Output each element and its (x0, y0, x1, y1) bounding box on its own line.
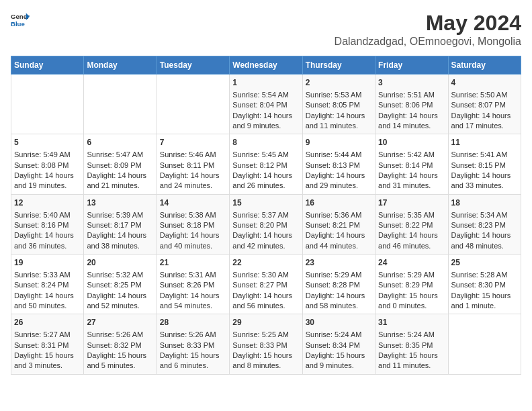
day-info: Daylight: 14 hours (14, 230, 81, 240)
day-number: 22 (232, 257, 299, 269)
calendar-cell: 25Sunrise: 5:28 AMSunset: 8:30 PMDayligh… (448, 255, 521, 314)
day-info: Sunrise: 5:35 AM (378, 210, 445, 220)
day-info: and 40 minutes. (160, 241, 226, 251)
calendar-cell: 3Sunrise: 5:51 AMSunset: 8:06 PMDaylight… (375, 75, 448, 134)
day-info: and 38 minutes. (87, 241, 153, 251)
weekday-header-saturday: Saturday (448, 56, 521, 75)
calendar-cell: 23Sunrise: 5:29 AMSunset: 8:28 PMDayligh… (302, 255, 375, 314)
day-number: 8 (232, 137, 299, 148)
day-number: 23 (306, 257, 372, 269)
day-info: Daylight: 15 hours (87, 351, 153, 361)
day-number: 30 (306, 317, 372, 328)
day-info: Sunset: 8:26 PM (160, 280, 226, 290)
day-info: Sunset: 8:33 PM (160, 340, 226, 351)
day-number: 31 (378, 317, 445, 328)
day-info: and 11 minutes. (306, 121, 372, 131)
day-number: 24 (378, 257, 445, 269)
day-number: 7 (160, 137, 226, 148)
calendar-cell: 13Sunrise: 5:39 AMSunset: 8:17 PMDayligh… (84, 194, 157, 254)
calendar-cell: 18Sunrise: 5:34 AMSunset: 8:23 PMDayligh… (448, 194, 521, 254)
day-info: Sunrise: 5:45 AM (232, 150, 299, 160)
day-info: Sunrise: 5:44 AM (306, 150, 372, 160)
day-info: Daylight: 14 hours (232, 171, 299, 181)
day-info: Sunset: 8:33 PM (232, 340, 299, 351)
page-subtitle: Dalandzadgad, OEmnoegovi, Mongolia (335, 36, 521, 48)
day-number: 16 (306, 197, 372, 209)
day-info: Daylight: 14 hours (306, 111, 372, 121)
day-number: 25 (451, 257, 518, 269)
day-info: Sunrise: 5:41 AM (451, 150, 518, 160)
day-info: Sunrise: 5:42 AM (378, 150, 445, 160)
day-info: and 5 minutes. (87, 361, 153, 371)
day-info: Daylight: 14 hours (14, 291, 81, 301)
day-info: Sunrise: 5:39 AM (87, 210, 153, 220)
calendar-cell: 30Sunrise: 5:24 AMSunset: 8:34 PMDayligh… (302, 314, 375, 374)
day-info: Daylight: 14 hours (306, 171, 372, 181)
day-info: Sunrise: 5:32 AM (87, 270, 153, 280)
day-info: Sunset: 8:09 PM (87, 161, 153, 171)
day-info: and 14 minutes. (378, 121, 445, 131)
day-info: Daylight: 15 hours (14, 351, 81, 361)
day-number: 10 (378, 137, 445, 148)
page-title: May 2024 (335, 11, 521, 36)
day-info: and 17 minutes. (451, 121, 518, 131)
day-info: Sunset: 8:32 PM (87, 340, 153, 351)
calendar-cell: 1Sunrise: 5:54 AMSunset: 8:04 PMDaylight… (230, 75, 302, 134)
day-info: Sunset: 8:23 PM (451, 220, 518, 230)
day-info: Daylight: 15 hours (232, 351, 299, 361)
day-info: Daylight: 14 hours (87, 230, 153, 240)
calendar-week-row: 5Sunrise: 5:49 AMSunset: 8:08 PMDaylight… (11, 134, 521, 194)
day-info: Daylight: 14 hours (451, 111, 518, 121)
day-number: 21 (160, 257, 226, 269)
calendar-cell (11, 75, 84, 134)
day-info: Sunrise: 5:33 AM (14, 270, 81, 280)
day-info: Sunrise: 5:31 AM (160, 270, 226, 280)
day-info: and 1 minute. (451, 301, 518, 311)
day-number: 9 (306, 137, 372, 148)
day-info: Daylight: 15 hours (306, 351, 372, 361)
day-info: Sunrise: 5:38 AM (160, 210, 226, 220)
calendar-week-row: 1Sunrise: 5:54 AMSunset: 8:04 PMDaylight… (11, 75, 521, 134)
weekday-header-friday: Friday (375, 56, 448, 75)
day-info: Sunrise: 5:30 AM (232, 270, 299, 280)
calendar-cell: 28Sunrise: 5:26 AMSunset: 8:33 PMDayligh… (157, 314, 229, 374)
calendar-cell: 11Sunrise: 5:41 AMSunset: 8:15 PMDayligh… (448, 134, 521, 194)
day-info: and 58 minutes. (306, 301, 372, 311)
day-info: Sunrise: 5:34 AM (451, 210, 518, 220)
weekday-header-monday: Monday (84, 56, 157, 75)
day-info: Sunrise: 5:54 AM (232, 90, 299, 100)
day-info: Sunrise: 5:51 AM (378, 90, 445, 100)
day-info: Sunrise: 5:50 AM (451, 90, 518, 100)
day-info: and 42 minutes. (232, 241, 299, 251)
day-info: Sunset: 8:04 PM (232, 100, 299, 110)
day-info: Daylight: 14 hours (306, 230, 372, 240)
calendar-cell: 14Sunrise: 5:38 AMSunset: 8:18 PMDayligh… (157, 194, 229, 254)
svg-text:Blue: Blue (11, 20, 25, 28)
logo-icon: General Blue (11, 11, 30, 30)
day-number: 27 (87, 317, 153, 328)
day-number: 14 (160, 197, 226, 209)
calendar-cell: 24Sunrise: 5:29 AMSunset: 8:29 PMDayligh… (375, 255, 448, 314)
day-info: Sunset: 8:17 PM (87, 220, 153, 230)
day-info: Daylight: 14 hours (451, 230, 518, 240)
calendar-cell: 22Sunrise: 5:30 AMSunset: 8:27 PMDayligh… (230, 255, 302, 314)
day-number: 2 (306, 77, 372, 89)
day-info: Daylight: 15 hours (378, 351, 445, 361)
day-info: Daylight: 14 hours (160, 230, 226, 240)
logo: General Blue (11, 11, 30, 30)
day-number: 29 (232, 317, 299, 328)
day-info: Sunrise: 5:53 AM (306, 90, 372, 100)
calendar-cell (84, 75, 157, 134)
day-number: 12 (14, 197, 81, 209)
calendar-cell: 21Sunrise: 5:31 AMSunset: 8:26 PMDayligh… (157, 255, 229, 314)
day-info: Sunrise: 5:47 AM (87, 150, 153, 160)
day-info: Sunset: 8:06 PM (378, 100, 445, 110)
day-info: Sunrise: 5:26 AM (160, 330, 226, 340)
page-header: General Blue May 2024 Dalandzadgad, OEmn… (11, 11, 521, 48)
day-info: and 8 minutes. (232, 361, 299, 371)
calendar-cell: 7Sunrise: 5:46 AMSunset: 8:11 PMDaylight… (157, 134, 229, 194)
day-info: Sunset: 8:31 PM (14, 340, 81, 351)
day-number: 3 (378, 77, 445, 89)
weekday-header-row: SundayMondayTuesdayWednesdayThursdayFrid… (11, 56, 521, 75)
day-info: Sunrise: 5:28 AM (451, 270, 518, 280)
